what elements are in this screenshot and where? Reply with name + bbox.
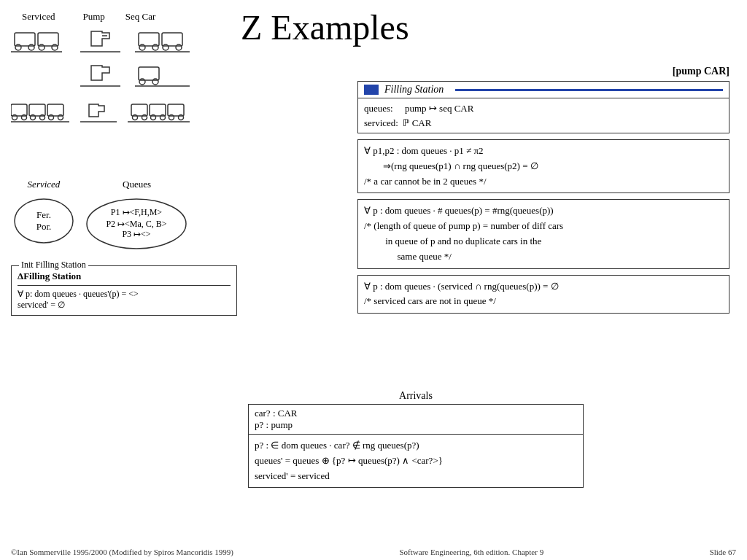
svg-rect-3 — [38, 33, 58, 46]
predicate-2: ∀ p : dom queues ∙ # queues(p) = #rng(qu… — [357, 199, 729, 268]
svg-rect-31 — [131, 104, 147, 116]
svg-point-1 — [15, 44, 21, 50]
svg-rect-0 — [15, 33, 35, 46]
init-filling-station-box: Init Filling Station ΔFilling Station ∀ … — [11, 265, 237, 316]
serviced-oval: Fer. Por. — [11, 193, 77, 244]
arrivals-label: Arrivals — [248, 390, 584, 402]
svg-point-10 — [152, 44, 158, 50]
arrivals-box: car? : CAR p? : pump p? : ∈ dom queues ∙… — [248, 404, 584, 488]
serviced-line: serviced: ℙ CAR — [364, 117, 431, 128]
right-content: [pump CAR] Filling Station queues: pump … — [357, 66, 729, 319]
footer-left: ©Ian Sommerville 1995/2000 (Modified by … — [11, 548, 233, 556]
svg-point-4 — [39, 44, 44, 50]
predicate-3: ∀ p : dom queues ∙ (serviced ∩ rng(queue… — [357, 275, 729, 314]
footer-right: Slide 67 — [710, 548, 736, 556]
svg-point-2 — [28, 44, 34, 50]
svg-text:Fer.: Fer. — [36, 209, 51, 220]
label-seq-car: Seq Car — [125, 11, 156, 23]
svg-text:P3 ↦<>: P3 ↦<> — [122, 229, 150, 239]
queues-line: queues: pump ↦ seq CAR — [364, 103, 473, 114]
svg-rect-34 — [150, 104, 166, 116]
footer-center: Software Engineering, 6th edition. Chapt… — [400, 548, 544, 556]
svg-text:P2 ↦<Ma, C, B>: P2 ↦<Ma, C, B> — [106, 219, 166, 229]
init-box-label: Init Filling Station — [19, 260, 88, 271]
svg-text:Por.: Por. — [36, 221, 52, 232]
footer: ©Ian Sommerville 1995/2000 (Modified by … — [0, 548, 747, 556]
schema-body: queues: pump ↦ seq CAR serviced: ℙ CAR — [358, 98, 729, 133]
svg-text:P1 ↦<F,H,M>: P1 ↦<F,H,M> — [111, 207, 162, 217]
svg-point-12 — [163, 44, 169, 50]
schema-header-bar — [364, 85, 379, 95]
svg-rect-8 — [139, 33, 159, 46]
init-box-predicate: ∀ p: dom queues ∙ queues'(p) = <> servic… — [18, 285, 231, 311]
svg-point-9 — [139, 44, 145, 50]
svg-rect-20 — [11, 104, 27, 116]
page-title: Z Examples — [241, 7, 409, 47]
label-serviced: Serviced — [22, 11, 55, 23]
label-pump: Pump — [82, 11, 104, 23]
train-diagrams — [11, 26, 237, 171]
svg-rect-11 — [162, 33, 182, 46]
svg-rect-16 — [139, 67, 159, 80]
filling-station-schema: Filling Station queues: pump ↦ seq CAR s… — [357, 81, 729, 133]
pump-car-label: [pump CAR] — [357, 66, 729, 77]
predicate-1: ∀ p1,p2 : dom queues ∙ p1 ≠ π2 ⇒(rng que… — [357, 139, 729, 193]
queues-label: Queues — [123, 179, 151, 190]
serviced-label: Serviced — [28, 179, 61, 190]
schema-header-text: Filling Station — [384, 84, 444, 96]
svg-rect-37 — [168, 104, 184, 116]
svg-point-5 — [52, 44, 58, 50]
svg-point-18 — [152, 79, 158, 85]
arrivals-section: Arrivals car? : CAR p? : pump p? : ∈ dom… — [248, 390, 584, 488]
svg-point-17 — [139, 79, 145, 85]
queues-oval: P1 ↦<F,H,M> P2 ↦<Ma, C, B> P3 ↦<> — [84, 193, 190, 252]
arrivals-pred: p? : ∈ dom queues ∙ car? ∉ rng queues(p?… — [249, 435, 583, 487]
svg-rect-26 — [47, 104, 63, 116]
svg-rect-23 — [29, 104, 45, 116]
schema-header: Filling Station — [358, 82, 729, 98]
init-box-title: ΔFilling Station — [18, 271, 231, 282]
arrivals-header: car? : CAR p? : pump — [249, 405, 583, 435]
svg-point-13 — [176, 44, 182, 50]
